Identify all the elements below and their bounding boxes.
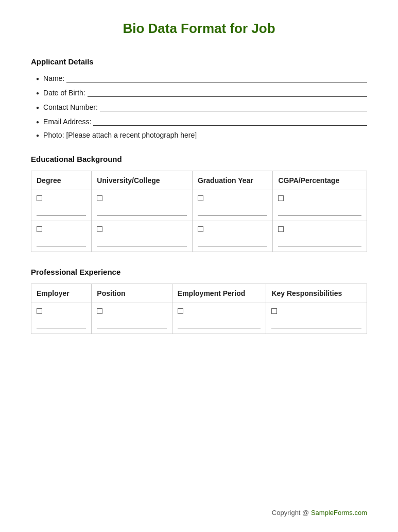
exp-employer-cell — [31, 303, 92, 334]
educational-background-section: Educational Background Degree University… — [31, 155, 367, 252]
exp-checkbox[interactable] — [178, 308, 183, 314]
dob-input[interactable] — [88, 88, 367, 97]
table-row — [31, 190, 367, 221]
edu-checkbox[interactable] — [198, 195, 203, 201]
edu-checkbox[interactable] — [278, 226, 284, 232]
exp-checkbox[interactable] — [37, 308, 42, 314]
col-period-header: Employment Period — [172, 284, 266, 303]
col-grad-header: Graduation Year — [192, 171, 272, 190]
table-header-row: Degree University/College Graduation Yea… — [31, 171, 367, 190]
applicant-details-section: Applicant Details Name: Date of Birth: C… — [31, 57, 367, 139]
edu-cgpa-cell — [273, 190, 367, 221]
edu-checkbox[interactable] — [37, 226, 42, 232]
edu-grad-cell — [192, 221, 272, 252]
edu-checkbox[interactable] — [97, 226, 102, 232]
footer: Copyright @ SampleForms.com — [272, 509, 367, 517]
exp-period-cell — [172, 303, 266, 334]
dob-label: Date of Birth: — [43, 89, 85, 97]
exp-checkbox[interactable] — [97, 308, 102, 314]
email-input[interactable] — [93, 117, 367, 126]
educational-background-heading: Educational Background — [31, 155, 367, 163]
list-item: Date of Birth: — [36, 88, 367, 97]
name-input[interactable] — [66, 73, 367, 82]
list-item: Contact Number: — [36, 102, 367, 111]
name-label: Name: — [43, 74, 64, 82]
edu-checkbox[interactable] — [198, 226, 203, 232]
edu-cgpa-cell — [273, 221, 367, 252]
professional-experience-heading: Professional Experience — [31, 268, 367, 276]
experience-table: Employer Position Employment Period Key … — [31, 284, 367, 334]
col-position-header: Position — [92, 284, 172, 303]
table-row — [31, 303, 367, 334]
table-row — [31, 221, 367, 252]
education-table: Degree University/College Graduation Yea… — [31, 171, 367, 252]
edu-checkbox[interactable] — [37, 195, 42, 201]
edu-degree-cell — [31, 221, 92, 252]
exp-checkbox[interactable] — [271, 308, 277, 314]
edu-university-cell — [92, 221, 193, 252]
list-item: Photo: [Please attach a recent photograp… — [36, 131, 367, 139]
col-cgpa-header: CGPA/Percentage — [273, 171, 367, 190]
professional-experience-section: Professional Experience Employer Positio… — [31, 268, 367, 334]
col-university-header: University/College — [92, 171, 193, 190]
list-item: Email Address: — [36, 117, 367, 126]
col-responsibilities-header: Key Responsibilities — [266, 284, 367, 303]
edu-checkbox[interactable] — [278, 195, 284, 201]
table-header-row: Employer Position Employment Period Key … — [31, 284, 367, 303]
page-title: Bio Data Format for Job — [31, 21, 367, 37]
col-degree-header: Degree — [31, 171, 92, 190]
contact-input[interactable] — [100, 102, 367, 111]
edu-university-cell — [92, 190, 193, 221]
applicant-details-list: Name: Date of Birth: Contact Number: Ema… — [31, 73, 367, 139]
footer-link[interactable]: SampleForms.com — [311, 509, 367, 517]
email-label: Email Address: — [43, 118, 91, 126]
footer-text: Copyright @ — [272, 509, 309, 517]
photo-text: Photo: [Please attach a recent photograp… — [43, 131, 197, 139]
list-item: Name: — [36, 73, 367, 82]
exp-position-cell — [92, 303, 172, 334]
col-employer-header: Employer — [31, 284, 92, 303]
edu-checkbox[interactable] — [97, 195, 102, 201]
exp-responsibilities-cell — [266, 303, 367, 334]
contact-label: Contact Number: — [43, 103, 98, 111]
applicant-details-heading: Applicant Details — [31, 57, 367, 66]
edu-grad-cell — [192, 190, 272, 221]
edu-degree-cell — [31, 190, 92, 221]
